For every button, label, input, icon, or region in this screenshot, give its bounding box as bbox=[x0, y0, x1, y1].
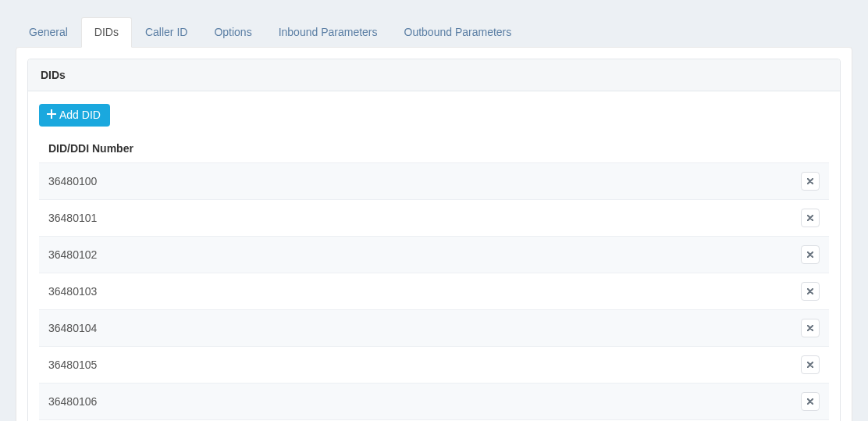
tab-general[interactable]: General bbox=[16, 17, 81, 47]
row-actions bbox=[792, 200, 829, 237]
table-row: 36480101 bbox=[39, 200, 829, 237]
did-number-cell: 36480102 bbox=[39, 237, 792, 273]
card-title: DIDs bbox=[28, 59, 840, 91]
plus-icon bbox=[47, 109, 56, 121]
table-row: 36480102 bbox=[39, 237, 829, 273]
content-panel: DIDs Add DID DID/DDI Number bbox=[16, 47, 852, 421]
tab-inbound-parameters[interactable]: Inbound Parameters bbox=[265, 17, 391, 47]
row-actions bbox=[792, 384, 829, 420]
delete-button[interactable] bbox=[801, 172, 820, 191]
delete-button[interactable] bbox=[801, 209, 820, 227]
delete-button[interactable] bbox=[801, 355, 820, 374]
tabs-nav: GeneralDIDsCaller IDOptionsInbound Param… bbox=[16, 17, 852, 47]
delete-button[interactable] bbox=[801, 282, 820, 301]
tab-outbound-parameters[interactable]: Outbound Parameters bbox=[391, 17, 525, 47]
close-icon bbox=[807, 362, 813, 368]
delete-button[interactable] bbox=[801, 319, 820, 337]
tab-caller-id[interactable]: Caller ID bbox=[132, 17, 201, 47]
close-icon bbox=[807, 215, 813, 221]
dids-table: DID/DDI Number 3648010036480101364801023… bbox=[39, 134, 829, 421]
row-actions bbox=[792, 163, 829, 200]
column-header-actions bbox=[792, 134, 829, 163]
table-row: 36480106 bbox=[39, 384, 829, 420]
delete-button[interactable] bbox=[801, 392, 820, 411]
row-actions bbox=[792, 347, 829, 384]
did-number-cell: 36480101 bbox=[39, 200, 792, 237]
table-row: 36480100 bbox=[39, 163, 829, 200]
column-header-number: DID/DDI Number bbox=[39, 134, 792, 163]
row-actions bbox=[792, 273, 829, 310]
table-row: 36480103 bbox=[39, 273, 829, 310]
close-icon bbox=[807, 325, 813, 331]
close-icon bbox=[807, 178, 813, 184]
did-number-cell: 36480106 bbox=[39, 384, 792, 420]
delete-button[interactable] bbox=[801, 245, 820, 264]
tab-dids[interactable]: DIDs bbox=[81, 17, 132, 48]
did-number-cell: 36480104 bbox=[39, 310, 792, 347]
did-number-cell: 36480105 bbox=[39, 347, 792, 384]
did-number-cell: 36480100 bbox=[39, 163, 792, 200]
table-row: 36480104 bbox=[39, 310, 829, 347]
row-actions bbox=[792, 237, 829, 273]
add-did-label: Add DID bbox=[59, 109, 101, 121]
close-icon bbox=[807, 252, 813, 258]
close-icon bbox=[807, 288, 813, 294]
dids-card: DIDs Add DID DID/DDI Number bbox=[27, 59, 841, 421]
add-did-button[interactable]: Add DID bbox=[39, 104, 110, 127]
did-number-cell: 36480103 bbox=[39, 273, 792, 310]
tab-options[interactable]: Options bbox=[201, 17, 265, 47]
table-row: 36480105 bbox=[39, 347, 829, 384]
row-actions bbox=[792, 310, 829, 347]
close-icon bbox=[807, 398, 813, 405]
